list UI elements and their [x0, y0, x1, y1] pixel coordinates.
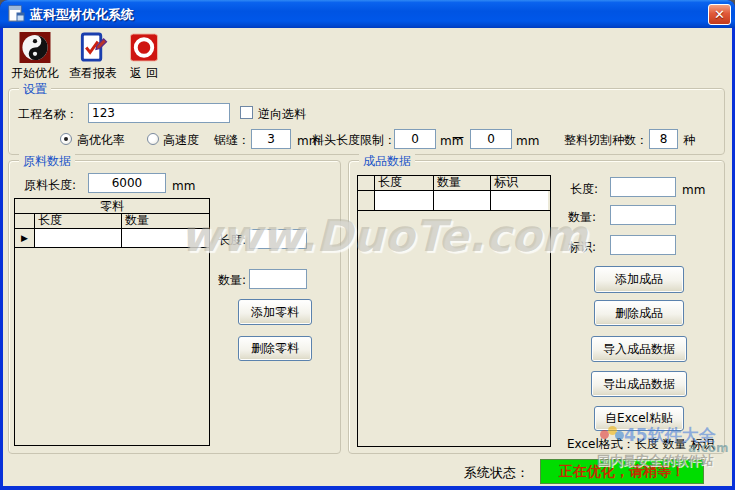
products-selector-header	[358, 176, 375, 190]
products-id-cell[interactable]	[491, 191, 548, 210]
products-length-cell[interactable]	[375, 191, 434, 210]
products-length-header: 长度	[375, 176, 434, 190]
high-optimize-radio[interactable]	[60, 133, 72, 145]
cut-types-input[interactable]	[649, 129, 678, 149]
products-table-row[interactable]	[358, 191, 550, 211]
paste-excel-button[interactable]: 自Excel粘贴	[594, 406, 684, 431]
raw-length-unit-label: mm	[172, 179, 195, 193]
part-qty-label: 数量:	[218, 273, 246, 287]
cut-types-label: 整料切割种数：	[564, 133, 648, 147]
parts-table-row[interactable]: ▶	[15, 229, 209, 248]
report-check-icon	[77, 32, 109, 63]
products-qty-header: 数量	[434, 176, 491, 190]
part-qty-input[interactable]	[249, 269, 307, 289]
power-o-icon	[129, 32, 159, 63]
product-id-input[interactable]	[610, 235, 676, 255]
start-optimize-label: 开始优化	[11, 65, 59, 82]
project-name-input[interactable]	[88, 103, 230, 123]
product-id-label: 标识:	[568, 240, 596, 254]
product-length-label: 长度:	[570, 182, 598, 196]
high-optimize-label: 高优化率	[77, 133, 125, 147]
status-message: 正在优化，请稍等！	[540, 459, 704, 484]
delete-product-button[interactable]: 删除成品	[594, 300, 684, 326]
raw-length-label: 原料长度:	[24, 178, 76, 192]
product-qty-label: 数量:	[568, 210, 596, 224]
part-length-input[interactable]	[249, 229, 307, 249]
part-length-label: 长度:	[218, 233, 246, 247]
view-report-label: 查看报表	[69, 65, 117, 82]
parts-table-header-row: 长度 数量	[15, 214, 209, 229]
settings-legend: 设置	[19, 81, 51, 98]
parts-length-header: 长度	[35, 214, 122, 228]
parts-table-caption: 零料	[15, 199, 209, 214]
kerf-label: 锯缝：	[214, 133, 250, 147]
row-selector-icon: ▶	[15, 229, 35, 247]
head-limit-label: 料头长度限制：	[312, 133, 396, 147]
export-product-button[interactable]: 导出成品数据	[591, 371, 687, 397]
head-range-separator: —	[452, 130, 464, 144]
product-length-unit-label: mm	[682, 183, 705, 197]
parts-length-cell[interactable]	[35, 229, 122, 247]
head-min-input[interactable]	[394, 129, 436, 149]
view-report-button[interactable]: 查看报表	[64, 32, 122, 82]
product-data-legend: 成品数据	[359, 153, 415, 170]
close-button[interactable]: ✕	[708, 4, 731, 25]
parts-qty-cell[interactable]	[122, 229, 209, 247]
product-qty-input[interactable]	[610, 205, 676, 225]
add-product-button[interactable]: 添加成品	[594, 266, 684, 293]
high-speed-label: 高速度	[163, 133, 199, 147]
raw-length-input[interactable]	[88, 173, 166, 193]
products-table[interactable]: 长度 数量 标识	[357, 175, 551, 447]
start-optimize-button[interactable]: 开始优化	[8, 32, 62, 82]
window-title: 蓝科型材优化系统	[30, 6, 134, 24]
reverse-select-label: 逆向选料	[258, 107, 306, 121]
title-bar[interactable]: 蓝科型材优化系统 ✕	[0, 0, 735, 28]
products-id-header: 标识	[491, 176, 548, 190]
project-name-label: 工程名称：	[18, 107, 78, 121]
app-icon	[7, 5, 25, 23]
system-status-label: 系统状态：	[464, 466, 529, 480]
high-speed-radio[interactable]	[147, 133, 159, 145]
delete-part-button[interactable]: 删除零料	[238, 336, 312, 361]
product-length-input[interactable]	[610, 177, 676, 197]
app-window: 蓝科型材优化系统 ✕ 开始优化 查看报表 返 回 设置 工程名称：	[0, 0, 735, 490]
add-part-button[interactable]: 添加零料	[238, 299, 312, 325]
return-button[interactable]: 返 回	[122, 32, 166, 82]
raw-data-legend: 原料数据	[19, 153, 75, 170]
cut-types-unit-label: 种	[683, 133, 695, 147]
return-label: 返 回	[130, 65, 158, 82]
parts-table[interactable]: 零料 长度 数量 ▶	[14, 198, 210, 446]
excel-format-note: Excel格式：长度 数量 标识	[567, 437, 714, 451]
parts-selector-header	[15, 214, 35, 228]
products-qty-cell[interactable]	[434, 191, 491, 210]
kerf-input[interactable]	[251, 129, 291, 149]
parts-qty-header: 数量	[122, 214, 209, 228]
head-max-unit-label: mm	[516, 134, 539, 148]
products-table-header-row: 长度 数量 标识	[358, 176, 550, 191]
watermark-dot-blue	[615, 431, 624, 440]
head-max-input[interactable]	[470, 129, 512, 149]
reverse-select-checkbox[interactable]	[240, 106, 253, 119]
yin-yang-icon	[19, 32, 51, 63]
import-product-button[interactable]: 导入成品数据	[591, 336, 687, 362]
products-row-selector	[358, 191, 375, 210]
